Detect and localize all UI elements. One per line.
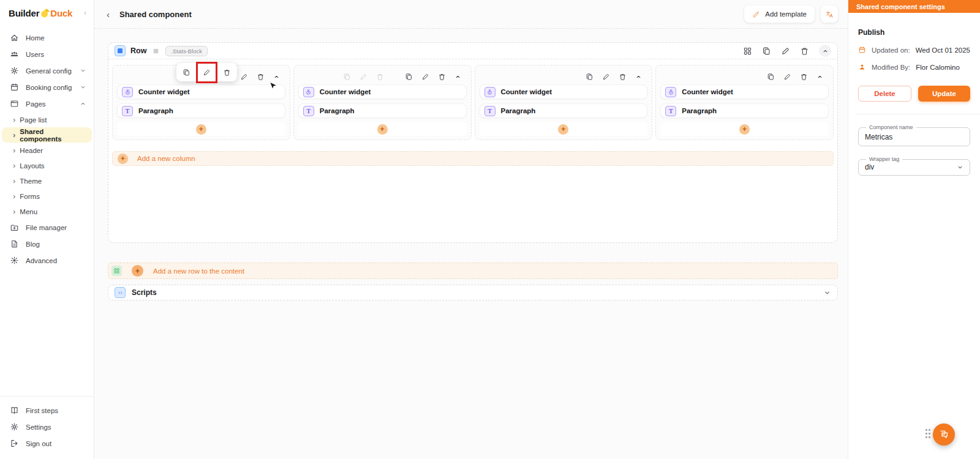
copy-icon[interactable] — [767, 73, 775, 81]
column-toolbar — [297, 69, 468, 84]
sidebar-item-users[interactable]: Users — [0, 46, 94, 62]
sidebar-item-first-steps[interactable]: First steps — [0, 402, 94, 419]
sidebar-item-header[interactable]: › Header — [2, 143, 92, 158]
sidebar-item-page-list[interactable]: › Page list — [2, 112, 92, 127]
plus-icon: + — [739, 124, 750, 135]
trash-icon[interactable] — [223, 69, 231, 76]
widget-counter[interactable]: Counter widget — [480, 84, 648, 99]
sidebar-item-forms[interactable]: › Forms — [2, 188, 92, 204]
add-widget-button[interactable]: + — [117, 122, 285, 136]
editor-column-2: Counter widget T Paragraph + — [293, 65, 472, 140]
add-template-button[interactable]: Add template — [744, 6, 815, 23]
sidebar-item-theme[interactable]: › Theme — [2, 173, 92, 188]
sidebar-item-advanced[interactable]: Advanced — [0, 252, 94, 269]
chevron-right-icon: › — [13, 131, 15, 139]
sidebar-item-general-config[interactable]: General config — [0, 62, 94, 79]
collapse-column-icon[interactable] — [816, 73, 823, 80]
widget-paragraph[interactable]: T Paragraph — [480, 103, 648, 118]
copy-icon[interactable] — [183, 69, 190, 76]
sidebar-item-label: Shared components — [20, 128, 85, 143]
wrapper-tag-select[interactable]: div — [865, 163, 963, 171]
widget-paragraph[interactable]: T Paragraph — [660, 103, 829, 118]
gear-icon — [10, 422, 19, 431]
widget-label: Paragraph — [682, 107, 717, 114]
widget-counter[interactable]: Counter widget — [298, 84, 467, 99]
row-css-class-badge: .Stats-Block — [165, 46, 208, 56]
add-row-button[interactable]: + Add a new row to the content — [108, 263, 838, 279]
advanced-icon — [10, 256, 19, 265]
back-button[interactable]: ‹ — [107, 9, 110, 20]
pencil-icon[interactable] — [783, 73, 791, 81]
sidebar-item-sign-out[interactable]: Sign out — [0, 435, 94, 452]
chevron-right-icon: › — [13, 116, 15, 124]
sidebar-collapse-icon[interactable]: ‹ — [84, 9, 86, 17]
trash-icon[interactable] — [800, 73, 808, 81]
collapse-row-button[interactable] — [819, 45, 831, 57]
update-button[interactable]: Update — [918, 86, 970, 102]
sidebar-item-blog[interactable]: Blog — [0, 236, 94, 252]
trash-icon[interactable] — [438, 73, 446, 81]
add-template-label: Add template — [765, 10, 807, 18]
pencil-icon[interactable] — [240, 73, 248, 81]
collapse-column-icon[interactable] — [635, 73, 642, 80]
chevron-down-icon[interactable] — [823, 289, 831, 297]
trash-icon[interactable] — [257, 73, 265, 81]
grip-icon[interactable] — [151, 47, 160, 56]
grid-icon[interactable] — [743, 47, 752, 56]
sidebar-item-label: Forms — [20, 193, 40, 200]
copy-icon[interactable] — [586, 73, 594, 81]
publish-heading: Publish — [858, 28, 970, 37]
pencil-icon[interactable] — [203, 69, 211, 76]
collapse-column-icon[interactable] — [454, 73, 461, 80]
gauge-icon — [484, 87, 496, 97]
pencil-icon[interactable] — [602, 73, 610, 81]
modified-by-value: Flor Calomino — [916, 64, 960, 71]
add-widget-button[interactable]: + — [480, 122, 648, 136]
copy-icon[interactable] — [762, 47, 771, 56]
home-icon — [10, 33, 19, 42]
sidebar-item-home[interactable]: Home — [0, 29, 94, 46]
add-widget-button[interactable]: + — [298, 122, 467, 136]
sidebar-item-shared-components[interactable]: › Shared components — [2, 127, 92, 143]
sidebar-item-label: Sign out — [26, 440, 51, 447]
sidebar-item-pages[interactable]: Pages — [0, 95, 94, 112]
pencil-icon[interactable] — [781, 47, 790, 56]
sidebar-item-settings[interactable]: Settings — [0, 419, 94, 435]
sidebar-item-menu[interactable]: › Menu — [2, 204, 92, 219]
trash-icon[interactable] — [619, 73, 627, 81]
sidebar-item-booking-config[interactable]: Booking config — [0, 79, 94, 95]
translate-button[interactable] — [821, 6, 838, 23]
collapse-column-icon[interactable] — [273, 73, 280, 80]
chat-icon — [938, 429, 949, 440]
widget-counter[interactable]: Counter widget — [117, 84, 285, 99]
editor-column-3: Counter widget T Paragraph + — [475, 65, 653, 140]
row-container: Row .Stats-Block — [108, 42, 838, 243]
component-name-input[interactable] — [865, 133, 963, 141]
add-column-button[interactable]: + Add a new column — [112, 151, 834, 166]
delete-button[interactable]: Delete — [858, 86, 911, 102]
ghost-toolbar — [343, 73, 384, 81]
updated-on-value: Wed Oct 01 2025 — [916, 47, 970, 54]
sidebar-item-label: Users — [26, 51, 44, 58]
plus-icon: + — [558, 124, 568, 135]
magic-pencil-icon — [752, 10, 760, 18]
scripts-label: Scripts — [132, 288, 157, 297]
sidebar-footer: First steps Settings Sign out — [0, 396, 94, 459]
add-widget-button[interactable]: + — [660, 122, 829, 136]
widget-paragraph[interactable]: T Paragraph — [117, 103, 285, 118]
copy-icon[interactable] — [405, 73, 413, 81]
chat-fab-button[interactable] — [933, 424, 955, 446]
sidebar-item-layouts[interactable]: › Layouts — [2, 158, 92, 173]
settings-panel-title: Shared component settings — [848, 0, 980, 13]
sign-out-icon — [10, 439, 19, 448]
drag-handle-dots[interactable] — [925, 429, 931, 439]
sidebar-item-file-manager[interactable]: File manager — [0, 219, 94, 236]
widget-paragraph[interactable]: T Paragraph — [298, 103, 467, 118]
pencil-icon[interactable] — [421, 73, 429, 81]
plus-icon: + — [132, 265, 143, 277]
gauge-icon — [122, 87, 133, 97]
paragraph-icon: T — [484, 106, 496, 116]
scripts-section[interactable]: Scripts — [108, 285, 838, 300]
trash-icon[interactable] — [800, 47, 809, 56]
widget-counter[interactable]: Counter widget — [660, 84, 829, 99]
